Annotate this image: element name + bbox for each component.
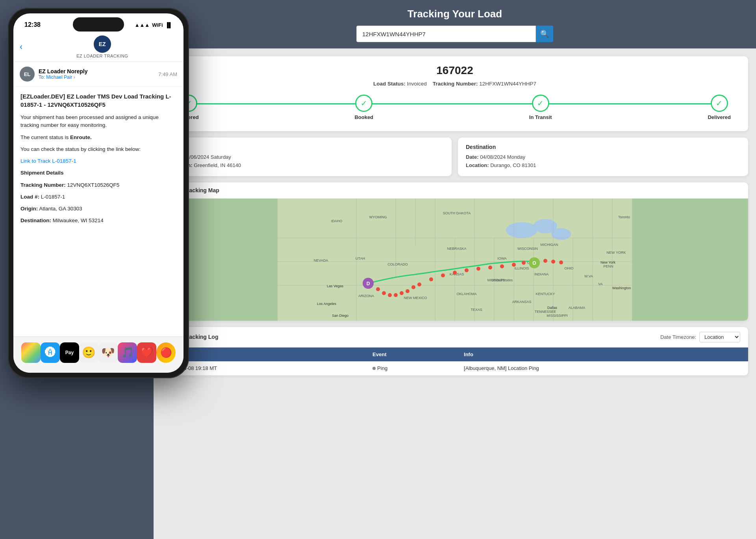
destination-title: Destination <box>466 144 740 150</box>
svg-point-64 <box>388 293 392 297</box>
email-subject: [EZLoader.DEV] EZ Loader TMS Dev Load Tr… <box>20 92 176 109</box>
svg-point-74 <box>476 267 480 271</box>
svg-point-81 <box>559 260 563 264</box>
col-date: Date <box>161 348 366 361</box>
dock-dog-icon[interactable]: 🐶 <box>98 342 118 363</box>
log-table: Date Event Info 2024-04-08 19:18 MT Ping <box>161 348 748 376</box>
svg-text:San Diego: San Diego <box>332 314 348 318</box>
dock-appstore-icon[interactable]: 🅐 <box>41 342 60 363</box>
svg-text:INDIANA: INDIANA <box>534 272 549 276</box>
svg-text:IOWA: IOWA <box>497 256 507 260</box>
destination-detail: Destination: Milwaukee, WI 53214 <box>20 217 176 225</box>
sender-avatar: EL <box>20 67 35 82</box>
phone-device: 12:38 ▲▲▲ WiFi ▐▌ ‹ EZ EZ LOADER TRACKIN… <box>8 8 189 378</box>
origin-title: Origin <box>169 144 444 150</box>
svg-text:VA: VA <box>598 282 602 286</box>
col-event: Event <box>366 348 458 361</box>
map-svg: IDAHO WYOMING SOUTH DAKOTA NEBRASKA NEVA… <box>161 199 748 321</box>
app-logo-area: EZ EZ LOADER TRACKING <box>27 35 177 58</box>
status-time: 12:38 <box>24 21 41 28</box>
svg-point-2 <box>506 222 537 238</box>
load-status-label: Load Status: <box>373 81 406 87</box>
ez-logo: EZ <box>94 35 111 53</box>
web-content: 167022 Load Status: Invoiced Tracking Nu… <box>154 48 756 539</box>
step-delivered-circle: ✓ <box>711 95 728 112</box>
svg-text:COLORADO: COLORADO <box>387 262 408 266</box>
svg-text:Los Angeles: Los Angeles <box>317 302 337 306</box>
svg-point-77 <box>512 263 516 267</box>
svg-point-71 <box>441 273 445 277</box>
search-icon: 🔍 <box>540 30 549 38</box>
email-para-3: You can check the status by clicking the… <box>20 145 176 153</box>
email-body: [EZLoader.DEV] EZ Loader TMS Dev Load Tr… <box>13 87 183 336</box>
svg-text:OHIO: OHIO <box>564 266 573 270</box>
page-title: Tracking Your Load <box>165 8 744 20</box>
dock-heart-icon[interactable]: ❤️ <box>137 342 156 363</box>
log-date: 2024-04-08 19:18 MT <box>161 361 366 375</box>
svg-point-63 <box>382 291 386 295</box>
signal-icon: ▲▲▲ <box>135 22 150 28</box>
load-number-detail: Load #: L-01857-1 <box>20 193 176 201</box>
dock-applepay-icon[interactable]: Pay <box>60 342 79 363</box>
dock-memoji-icon[interactable]: 🙂 <box>79 342 98 363</box>
log-card: Load Tracking Log Date Timezone: Locatio… <box>161 327 748 376</box>
svg-text:OKLAHOMA: OKLAHOMA <box>456 292 476 296</box>
step-delivered-label: Delivered <box>708 114 731 120</box>
log-row: 2024-04-08 19:18 MT Ping [Albuquerque, N… <box>161 361 748 375</box>
step-booked-circle: ✓ <box>355 95 372 112</box>
to-recipient[interactable]: Michael Pair <box>46 74 72 80</box>
svg-text:D: D <box>367 281 370 286</box>
map-card: Load Tracking Map <box>161 182 748 321</box>
destination-detail: Date: 04/08/2024 Monday Location: Durang… <box>466 153 740 170</box>
track-link[interactable]: Link to Track L-01857-1 <box>20 158 76 164</box>
svg-point-80 <box>551 260 555 264</box>
svg-point-75 <box>488 266 492 270</box>
svg-text:ILLINOIS: ILLINOIS <box>514 266 529 270</box>
svg-point-76 <box>500 264 504 268</box>
email-nav-bar: ‹ EZ EZ LOADER TRACKING <box>13 32 183 62</box>
svg-point-67 <box>406 289 410 293</box>
svg-text:NEBRASKA: NEBRASKA <box>447 247 466 251</box>
col-info: Info <box>458 348 748 361</box>
svg-text:W.VA: W.VA <box>584 274 593 278</box>
ping-dot <box>372 367 376 370</box>
tracking-value: 12HFXW1WN44YHHP7 <box>479 81 536 87</box>
step-delivered: ✓ Delivered <box>708 95 731 120</box>
email-time: 7:49 AM <box>158 71 177 77</box>
svg-text:United States: United States <box>491 278 513 282</box>
search-button[interactable]: 🔍 <box>536 26 553 42</box>
tracking-number-detail: Tracking Number: 12VNQ6XT10526QF5 <box>20 181 176 189</box>
dock-circle-icon[interactable]: 🔴 <box>156 342 176 363</box>
svg-point-78 <box>522 261 526 265</box>
svg-text:WISCONSIN: WISCONSIN <box>517 247 538 251</box>
step-intransit: ✓ In Transit <box>529 95 552 120</box>
battery-icon: ▐▌ <box>165 22 172 28</box>
back-button[interactable]: ‹ <box>20 42 22 52</box>
svg-text:ARKANSAS: ARKANSAS <box>512 300 531 304</box>
phone-dock: 🅐 Pay 🙂 🐶 🎵 ❤️ 🔴 <box>13 336 183 373</box>
dock-photos-icon[interactable] <box>21 342 41 363</box>
svg-text:Dallas: Dallas <box>547 306 558 310</box>
sender-info: EZ Loader Noreply To: Michael Pair › <box>39 68 158 80</box>
app-name-label: EZ LOADER TRACKING <box>76 54 128 58</box>
search-bar: 🔍 <box>356 26 553 42</box>
shipment-details: Shipment Details Tracking Number: 12VNQ6… <box>20 169 176 225</box>
ping-label: Ping <box>377 365 387 371</box>
load-id: 167022 <box>171 64 739 77</box>
svg-text:O: O <box>532 260 536 266</box>
web-header: Tracking Your Load 🔍 <box>154 0 756 48</box>
shipment-details-label: Shipment Details <box>20 169 176 177</box>
origin-detail: Date: 04/06/2024 Saturday Location: Gree… <box>169 153 444 170</box>
svg-point-62 <box>376 287 380 291</box>
svg-point-72 <box>453 271 457 275</box>
svg-text:SOUTH DAKOTA: SOUTH DAKOTA <box>443 211 471 215</box>
svg-text:IDAHO: IDAHO <box>331 219 343 223</box>
sender-name: EZ Loader Noreply <box>39 68 158 74</box>
sender-to: To: Michael Pair › <box>39 74 158 80</box>
log-event: Ping <box>366 361 458 375</box>
email-para-1: Your shipment has been processed and ass… <box>20 113 176 130</box>
dock-music-icon[interactable]: 🎵 <box>118 342 137 363</box>
svg-point-73 <box>465 268 469 272</box>
timezone-select[interactable]: Location UTC Local <box>699 332 740 342</box>
search-input[interactable] <box>356 26 536 42</box>
